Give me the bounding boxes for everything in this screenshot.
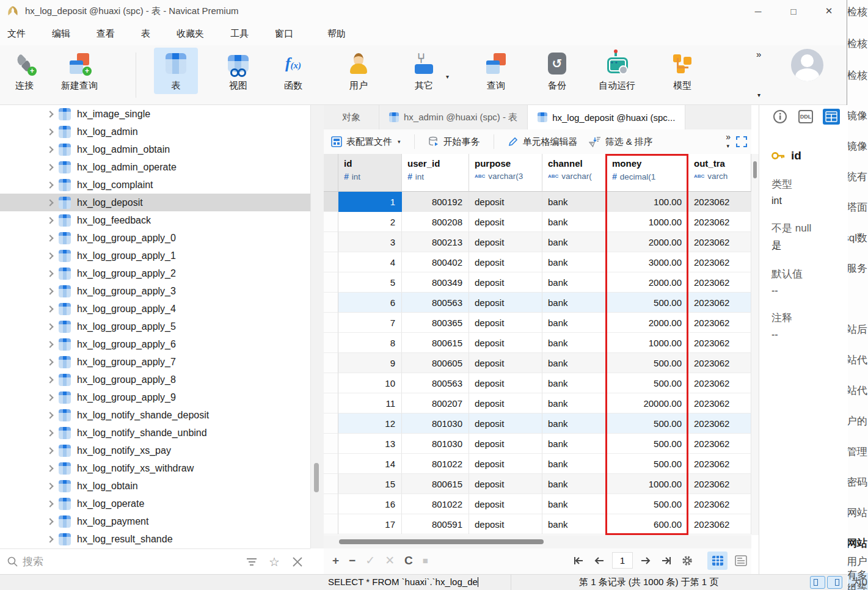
column-header-channel[interactable]: channelABCvarchar( bbox=[542, 154, 607, 192]
row-selector[interactable] bbox=[324, 252, 338, 272]
new-query-button[interactable]: + 新建查询 bbox=[61, 50, 98, 92]
cell-out_tra[interactable]: 2023062 bbox=[688, 393, 751, 413]
cell-user_id[interactable]: 801022 bbox=[402, 454, 469, 474]
column-header-user_id[interactable]: user_id#int bbox=[402, 154, 469, 192]
begin-transaction-button[interactable]: 开始事务 bbox=[426, 134, 483, 150]
toolbar-overflow-chevron[interactable]: » bbox=[756, 49, 761, 59]
cell-purpose[interactable]: deposit bbox=[469, 514, 542, 534]
chevron-right-icon[interactable] bbox=[46, 323, 53, 330]
cell-out_tra[interactable]: 2023062 bbox=[688, 293, 751, 313]
table-profile-button[interactable]: 表配置文件▾ bbox=[329, 134, 403, 150]
cell-money[interactable]: 500.00 bbox=[607, 494, 688, 514]
cell-channel[interactable]: bank bbox=[542, 514, 607, 534]
cell-purpose[interactable]: deposit bbox=[469, 252, 542, 272]
last-page-button[interactable] bbox=[658, 553, 674, 569]
grid-view-button[interactable] bbox=[707, 552, 728, 570]
cell-channel[interactable]: bank bbox=[542, 272, 607, 293]
cell-money[interactable]: 500.00 bbox=[607, 413, 688, 434]
tree-item-hx_log_admin_obtain[interactable]: hx_log_admin_obtain bbox=[0, 140, 310, 158]
cell-money[interactable]: 2000.00 bbox=[607, 232, 688, 252]
chevron-right-icon[interactable] bbox=[46, 164, 53, 170]
row-selector[interactable] bbox=[324, 413, 338, 434]
tables-button[interactable]: 表 bbox=[154, 48, 198, 94]
minimize-button[interactable]: ─ bbox=[740, 0, 776, 22]
tree-item-hx_log_group_apply_8[interactable]: hx_log_group_apply_8 bbox=[0, 371, 310, 388]
cell-channel[interactable]: bank bbox=[542, 413, 607, 434]
cell-user_id[interactable]: 800208 bbox=[402, 212, 469, 232]
cell-channel[interactable]: bank bbox=[542, 474, 607, 494]
others-dropdown-arrow[interactable]: ▾ bbox=[446, 73, 449, 80]
next-page-button[interactable] bbox=[638, 553, 654, 569]
cell-id[interactable]: 17 bbox=[338, 514, 402, 534]
cell-purpose[interactable]: deposit bbox=[469, 313, 542, 333]
cell-id[interactable]: 5 bbox=[338, 272, 402, 293]
tree-item-hx_log_group_apply_2[interactable]: hx_log_group_apply_2 bbox=[0, 264, 310, 282]
cell-user_id[interactable]: 801022 bbox=[402, 494, 469, 514]
refresh-button[interactable]: C bbox=[404, 554, 413, 567]
tree-item-hx_log_notify_shande_deposit[interactable]: hx_log_notify_shande_deposit bbox=[0, 406, 310, 424]
cell-id[interactable]: 10 bbox=[338, 373, 402, 393]
cell-channel[interactable]: bank bbox=[542, 212, 607, 232]
sidebar-scrollbar-thumb[interactable] bbox=[314, 463, 319, 492]
tree-item-hx_log_payment[interactable]: hx_log_payment bbox=[0, 512, 310, 530]
tree-item-hx_log_notify_shande_unbind[interactable]: hx_log_notify_shande_unbind bbox=[0, 424, 310, 442]
cell-user_id[interactable]: 800605 bbox=[402, 353, 469, 373]
cell-channel[interactable]: bank bbox=[542, 252, 607, 272]
filter-lines-icon[interactable] bbox=[247, 558, 257, 566]
cell-purpose[interactable]: deposit bbox=[469, 494, 542, 514]
chevron-right-icon[interactable] bbox=[46, 128, 53, 135]
stop-button[interactable]: ■ bbox=[423, 555, 428, 566]
column-header-money[interactable]: money#decimal(1 bbox=[607, 154, 688, 192]
cell-purpose[interactable]: deposit bbox=[469, 393, 542, 413]
connection-button[interactable]: + 连接 bbox=[11, 50, 38, 92]
cell-money[interactable]: 500.00 bbox=[607, 353, 688, 373]
automation-button[interactable]: 自动运行 bbox=[599, 50, 635, 92]
tree-item-hx_log_group_apply_1[interactable]: hx_log_group_apply_1 bbox=[0, 247, 310, 264]
menu-edit[interactable]: 编辑 bbox=[52, 24, 70, 43]
cell-out_tra[interactable]: 2023062 bbox=[688, 272, 751, 293]
cell-channel[interactable]: bank bbox=[542, 373, 607, 393]
chevron-right-icon[interactable] bbox=[46, 429, 53, 436]
row-selector[interactable] bbox=[324, 232, 338, 252]
row-selector[interactable] bbox=[324, 192, 338, 212]
chevron-right-icon[interactable] bbox=[46, 288, 53, 294]
model-button[interactable]: 模型 bbox=[669, 50, 696, 92]
cell-out_tra[interactable]: 2023062 bbox=[688, 514, 751, 534]
chevron-right-icon[interactable] bbox=[46, 217, 53, 224]
tree-item-hx_log_group_apply_0[interactable]: hx_log_group_apply_0 bbox=[0, 229, 310, 247]
cell-purpose[interactable]: deposit bbox=[469, 474, 542, 494]
chevron-right-icon[interactable] bbox=[46, 111, 53, 117]
cell-id[interactable]: 1 bbox=[338, 192, 402, 212]
cell-channel[interactable]: bank bbox=[542, 494, 607, 514]
page-number-box[interactable]: 1 bbox=[612, 552, 633, 569]
cell-money[interactable]: 1000.00 bbox=[607, 474, 688, 494]
tree-item-hx_log_admin_operate[interactable]: hx_log_admin_operate bbox=[0, 158, 310, 176]
row-selector[interactable] bbox=[324, 454, 338, 474]
tree-item-hx_log_operate[interactable]: hx_log_operate bbox=[0, 495, 310, 512]
cell-out_tra[interactable]: 2023062 bbox=[688, 454, 751, 474]
cell-out_tra[interactable]: 2023062 bbox=[688, 353, 751, 373]
chevron-right-icon[interactable] bbox=[46, 518, 53, 525]
row-selector[interactable] bbox=[324, 313, 338, 333]
table-toolbar-overflow-chevron[interactable]: » bbox=[726, 132, 731, 142]
cell-editor-button[interactable]: 单元格编辑器 bbox=[505, 134, 580, 150]
chevron-right-icon[interactable] bbox=[46, 483, 53, 489]
cell-id[interactable]: 9 bbox=[338, 353, 402, 373]
cell-id[interactable]: 6 bbox=[338, 293, 402, 313]
cell-id[interactable]: 7 bbox=[338, 313, 402, 333]
cell-user_id[interactable]: 800563 bbox=[402, 373, 469, 393]
table-toolbar-dropdown-arrow[interactable]: ▾ bbox=[726, 143, 729, 149]
cell-purpose[interactable]: deposit bbox=[469, 272, 542, 293]
tree-item-hx_image_single[interactable]: hx_image_single bbox=[0, 105, 310, 123]
ddl-icon[interactable]: DDL bbox=[797, 109, 814, 125]
cell-purpose[interactable]: deposit bbox=[469, 333, 542, 353]
right-panel-toggle-button[interactable] bbox=[827, 576, 842, 589]
row-selector[interactable] bbox=[324, 514, 338, 534]
cell-money[interactable]: 3000.00 bbox=[607, 252, 688, 272]
menu-window[interactable]: 窗口 bbox=[275, 24, 293, 43]
add-record-button[interactable]: + bbox=[332, 554, 339, 567]
cell-user_id[interactable]: 800349 bbox=[402, 272, 469, 293]
tab-objects[interactable]: 对象 bbox=[324, 105, 379, 129]
cell-purpose[interactable]: deposit bbox=[469, 192, 542, 212]
row-selector[interactable] bbox=[324, 212, 338, 232]
